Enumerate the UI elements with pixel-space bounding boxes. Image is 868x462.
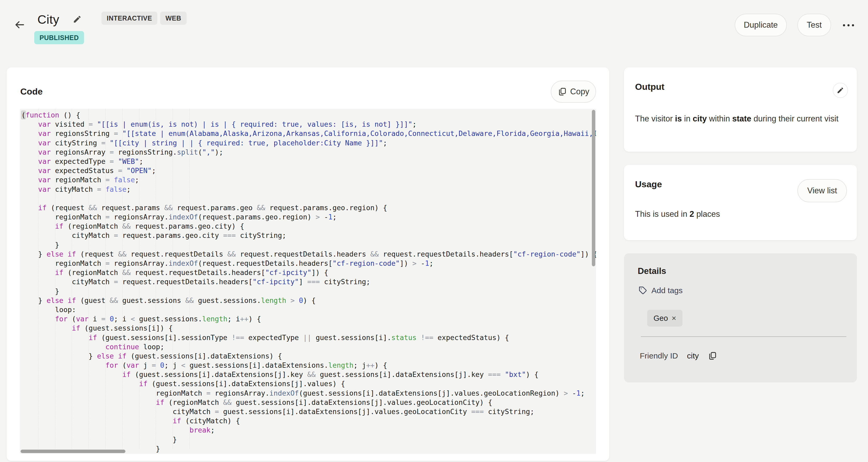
- output-title: Output: [635, 81, 664, 92]
- tag-chip-geo: Geo ×: [647, 310, 682, 327]
- pencil-icon: [837, 87, 844, 94]
- ellipsis-icon: [843, 24, 854, 26]
- details-title: Details: [638, 266, 666, 276]
- output-text: The visitor is in city within state duri…: [635, 112, 846, 126]
- friendly-id-label: Friendly ID: [640, 351, 678, 360]
- status-badge: PUBLISHED: [34, 31, 84, 44]
- usage-card: Usage View list This is used in 2 places: [624, 165, 857, 240]
- horizontal-scrollbar[interactable]: [21, 450, 125, 453]
- copy-icon: [558, 87, 566, 96]
- tag-label: Geo: [653, 314, 668, 323]
- friendly-id-value: city: [687, 351, 699, 360]
- page-title: City: [37, 12, 59, 27]
- code-editor[interactable]: (function () { var visited = "[[is | enu…: [20, 109, 596, 454]
- badge-web: WEB: [160, 11, 187, 25]
- copy-friendly-id-button[interactable]: [708, 351, 717, 360]
- edit-title-icon[interactable]: [73, 15, 82, 24]
- copy-code-button[interactable]: Copy: [551, 80, 596, 103]
- duplicate-button[interactable]: Duplicate: [735, 14, 787, 36]
- remove-tag-icon[interactable]: ×: [672, 314, 676, 323]
- view-list-button[interactable]: View list: [797, 179, 847, 202]
- usage-text: This is used in 2 places: [635, 207, 835, 221]
- code-panel-title: Code: [20, 87, 43, 97]
- usage-title: Usage: [635, 179, 662, 189]
- vertical-scrollbar[interactable]: [592, 110, 595, 266]
- arrow-left-icon: [13, 19, 26, 31]
- output-card: Output The visitor is in city within sta…: [624, 67, 857, 152]
- code-content: (function () { var visited = "[[is | enu…: [21, 110, 596, 453]
- more-menu-button[interactable]: [837, 20, 860, 31]
- back-button[interactable]: [13, 18, 26, 32]
- edit-output-button[interactable]: [833, 83, 848, 98]
- tag-icon: [639, 286, 647, 295]
- friendly-id-row: Friendly ID city: [640, 351, 717, 360]
- details-card: Details Add tags Geo × Friendly ID city: [624, 253, 857, 383]
- add-tags-button[interactable]: Add tags: [639, 286, 682, 295]
- test-button[interactable]: Test: [797, 14, 831, 36]
- divider: [641, 336, 846, 337]
- code-card: Code Copy (function () { var visited = "…: [7, 67, 609, 461]
- badge-interactive: INTERACTIVE: [101, 11, 157, 25]
